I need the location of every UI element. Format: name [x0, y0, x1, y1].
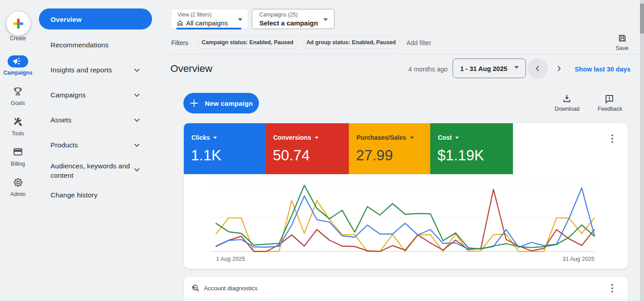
- svg-text:1 Aug 2025: 1 Aug 2025: [216, 255, 245, 262]
- svg-text:31 Aug 2025: 31 Aug 2025: [563, 255, 595, 262]
